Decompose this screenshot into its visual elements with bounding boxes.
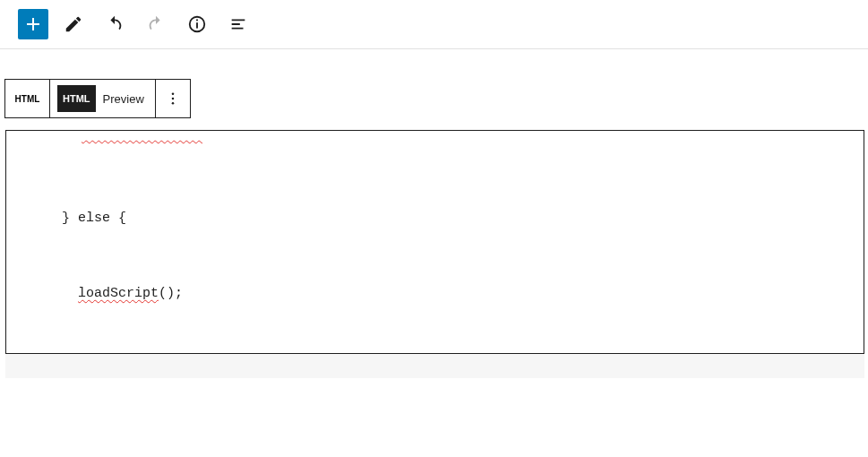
preview-label: Preview: [103, 92, 144, 106]
html-preview-toggle[interactable]: HTML Preview: [50, 80, 156, 117]
block-type-label: HTML: [15, 94, 40, 104]
block-type-button[interactable]: HTML: [5, 80, 50, 117]
editor-top-toolbar: [0, 0, 868, 49]
svg-point-3: [172, 92, 175, 95]
outline-icon: [228, 14, 248, 34]
outline-button[interactable]: [222, 8, 254, 40]
undo-button[interactable]: [99, 8, 131, 40]
redo-button[interactable]: [140, 8, 172, 40]
pencil-icon: [64, 14, 83, 34]
svg-point-4: [172, 98, 175, 100]
svg-point-5: [172, 102, 175, 105]
redo-icon: [146, 14, 166, 34]
plus-icon: [22, 13, 44, 35]
html-code-editor[interactable]: xxxxxxxxxxxxxxx } else { loadScript(); }…: [5, 130, 864, 354]
info-icon: [187, 14, 207, 34]
info-button[interactable]: [181, 8, 213, 40]
svg-rect-2: [196, 20, 198, 22]
more-vertical-icon: [165, 90, 181, 108]
undo-icon: [105, 14, 125, 34]
block-more-options-button[interactable]: [156, 80, 190, 117]
html-block-area: xxxxxxxxxxxxxxx } else { loadScript(); }…: [5, 130, 864, 378]
svg-rect-1: [196, 22, 198, 28]
add-block-button[interactable]: [18, 9, 48, 39]
edit-mode-button[interactable]: [57, 8, 90, 40]
block-toolbar: HTML HTML Preview: [4, 79, 191, 118]
html-badge: HTML: [57, 85, 96, 112]
